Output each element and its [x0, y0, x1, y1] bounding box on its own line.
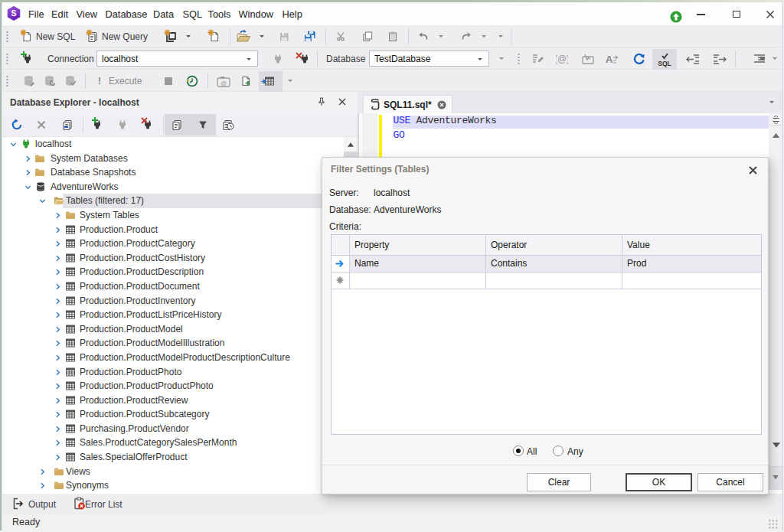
- svg-text:@: @: [220, 80, 227, 86]
- svg-text:S: S: [11, 9, 17, 18]
- svg-text:SQL: SQL: [658, 60, 671, 67]
- svg-text:(@): (@): [556, 54, 568, 64]
- svg-text:A: A: [606, 54, 613, 64]
